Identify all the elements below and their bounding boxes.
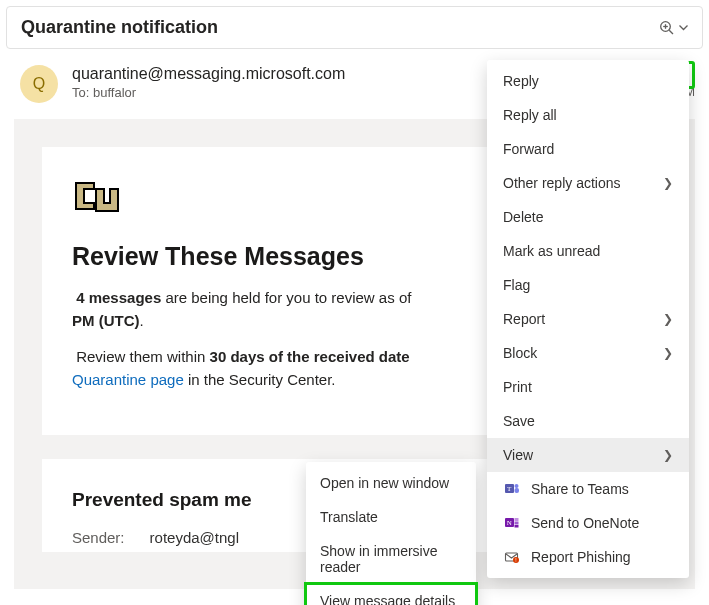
svg-rect-15 [515,525,519,528]
review-line2-bold: 30 days of the received date [210,348,410,365]
menu-print[interactable]: Print [487,370,689,404]
menu-report-phishing[interactable]: !Report Phishing [487,540,689,574]
message-count: 4 messages [76,289,161,306]
sender-value: roteyda@tngl [150,529,239,546]
to-label: To: [72,85,89,100]
svg-text:T: T [507,485,512,493]
quarantine-page-link[interactable]: Quarantine page [72,371,184,388]
svg-rect-13 [515,518,519,521]
chevron-right-icon: ❯ [663,312,673,326]
menu-flag[interactable]: Flag [487,268,689,302]
teams-icon: T [503,481,521,497]
svg-text:N: N [507,519,512,527]
svg-rect-14 [515,522,519,525]
svg-line-1 [669,30,673,34]
menu-reply[interactable]: Reply [487,64,689,98]
message-actions-menu: Reply Reply all Forward Other reply acti… [487,60,689,578]
zoom-control[interactable] [659,20,688,36]
page-title: Quarantine notification [21,17,218,38]
to-value: buffalor [93,85,136,100]
menu-view[interactable]: View❯ [487,438,689,472]
cu-logo [72,177,120,217]
menu-delete[interactable]: Delete [487,200,689,234]
menu-save[interactable]: Save [487,404,689,438]
chevron-right-icon: ❯ [663,176,673,190]
menu-mark-unread[interactable]: Mark as unread [487,234,689,268]
chevron-right-icon: ❯ [663,346,673,360]
svg-rect-10 [515,488,520,493]
svg-point-9 [515,484,519,488]
submenu-view-message-details[interactable]: View message details [306,584,476,605]
menu-report[interactable]: Report❯ [487,302,689,336]
phishing-icon: ! [503,549,521,565]
submenu-open-new-window[interactable]: Open in new window [306,466,476,500]
menu-share-teams[interactable]: TShare to Teams [487,472,689,506]
menu-send-onenote[interactable]: NSend to OneNote [487,506,689,540]
zoom-icon [659,20,675,36]
menu-other-reply[interactable]: Other reply actions❯ [487,166,689,200]
review-line1-tail: PM (UTC) [72,312,140,329]
review-line1-text: are being held for you to review as of [161,289,411,306]
review-line2-tail: in the Security Center. [184,371,336,388]
view-submenu: Open in new window Translate Show in imm… [306,462,476,605]
sender-label: Sender: [72,529,125,546]
menu-forward[interactable]: Forward [487,132,689,166]
onenote-icon: N [503,515,521,531]
chevron-right-icon: ❯ [663,448,673,462]
review-line2-pre: Review them within [76,348,209,365]
submenu-translate[interactable]: Translate [306,500,476,534]
submenu-immersive-reader[interactable]: Show in immersive reader [306,534,476,584]
avatar-letter: Q [33,75,45,93]
avatar: Q [20,65,58,103]
header-card: Quarantine notification [6,6,703,49]
menu-block[interactable]: Block❯ [487,336,689,370]
menu-reply-all[interactable]: Reply all [487,98,689,132]
svg-text:!: ! [515,557,516,563]
chevron-down-icon [679,25,688,31]
